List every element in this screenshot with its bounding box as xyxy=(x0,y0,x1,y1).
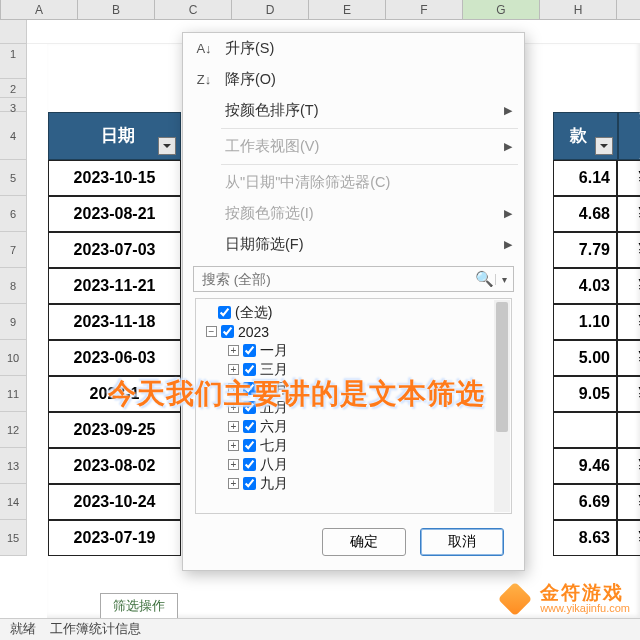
row-13[interactable]: 13 xyxy=(0,448,27,484)
cell-amt[interactable]: 1.10 xyxy=(553,304,617,340)
row-3[interactable]: 3 xyxy=(0,98,27,112)
row-15[interactable]: 15 xyxy=(0,520,27,556)
cell-date[interactable]: 2023-11-21 xyxy=(48,268,181,304)
ok-button[interactable]: 确定 xyxy=(322,528,406,556)
cell-amt[interactable]: 4.68 xyxy=(553,196,617,232)
sort-descending[interactable]: Z↓ 降序(O) xyxy=(183,64,524,95)
cell-amt[interactable]: 6.69 xyxy=(553,484,617,520)
col-G[interactable]: G xyxy=(463,0,540,19)
cell-date[interactable]: 2023-06-03 xyxy=(48,340,181,376)
row-6[interactable]: 6 xyxy=(0,196,27,232)
row-4[interactable]: 4 xyxy=(0,112,27,160)
cell-amt[interactable] xyxy=(553,412,617,448)
tree-year-2023[interactable]: − 2023 xyxy=(202,322,511,341)
cell-amt[interactable]: 9.46 xyxy=(553,448,617,484)
tree-month[interactable]: +六月 xyxy=(202,417,511,436)
sheet-tab-filter[interactable]: 筛选操作 xyxy=(100,593,178,618)
col-B[interactable]: B xyxy=(78,0,155,19)
expand-icon[interactable]: + xyxy=(228,364,239,375)
cell-date[interactable]: 2023-11-18 xyxy=(48,304,181,340)
tree-select-all[interactable]: (全选) xyxy=(202,303,511,322)
cell-sal[interactable]: ¥8,695. xyxy=(617,232,640,268)
cell-sal[interactable]: ¥7,910. xyxy=(617,160,640,196)
col-H[interactable]: H xyxy=(540,0,617,19)
col-D[interactable]: D xyxy=(232,0,309,19)
cell-sal[interactable]: ¥8,654. xyxy=(617,340,640,376)
sort-desc-label: 降序(O) xyxy=(225,70,276,89)
cell-amt[interactable]: 7.79 xyxy=(553,232,617,268)
row-8[interactable]: 8 xyxy=(0,268,27,304)
expand-icon[interactable]: + xyxy=(228,478,239,489)
cell-sal[interactable]: ¥7,872. xyxy=(617,268,640,304)
cell-sal[interactable]: ¥8,216. xyxy=(617,304,640,340)
cell-date[interactable]: 2023-09-25 xyxy=(48,412,181,448)
cell-amt[interactable]: 5.00 xyxy=(553,340,617,376)
row-9[interactable]: 9 xyxy=(0,304,27,340)
col-F[interactable]: F xyxy=(386,0,463,19)
month-checkbox[interactable] xyxy=(243,420,256,433)
expand-icon[interactable]: + xyxy=(228,440,239,451)
cell-amt[interactable]: 6.14 xyxy=(553,160,617,196)
row-2[interactable]: 2 xyxy=(0,79,27,98)
tree-month[interactable]: +一月 xyxy=(202,341,511,360)
select-all-checkbox[interactable] xyxy=(218,306,231,319)
filter-dropdown-icon[interactable] xyxy=(158,137,176,155)
search-scope-dropdown-icon[interactable]: ▾ xyxy=(495,274,513,285)
cell-date[interactable]: 2023-10-24 xyxy=(48,484,181,520)
overlay-caption: 今天我们主要讲的是文本筛选 xyxy=(108,375,485,413)
cell-date[interactable]: 2023-07-19 xyxy=(48,520,181,556)
row-11[interactable]: 11 xyxy=(0,376,27,412)
date-filter[interactable]: 日期筛选(F) ▶ xyxy=(183,229,524,260)
year-checkbox[interactable] xyxy=(221,325,234,338)
cell-date[interactable]: 2023-08-02 xyxy=(48,448,181,484)
month-checkbox[interactable] xyxy=(243,458,256,471)
month-checkbox[interactable] xyxy=(243,344,256,357)
watermark: 金符游戏 www.yikajinfu.com xyxy=(498,582,630,616)
search-icon[interactable]: 🔍 xyxy=(473,270,495,288)
cell-date[interactable]: 2023-10-15 xyxy=(48,160,181,196)
cancel-button[interactable]: 取消 xyxy=(420,528,504,556)
header-salary[interactable]: 实领工资 xyxy=(618,112,640,160)
cell-sal[interactable] xyxy=(617,412,640,448)
header-amount[interactable]: 款 xyxy=(553,112,618,160)
cell-sal[interactable]: ¥7,775. xyxy=(617,484,640,520)
cell-amt[interactable]: 4.03 xyxy=(553,268,617,304)
collapse-icon[interactable]: − xyxy=(206,326,217,337)
expand-icon[interactable]: + xyxy=(228,459,239,470)
row-1[interactable]: 1 xyxy=(0,44,27,79)
sort-by-color[interactable]: 按颜色排序(T) ▶ xyxy=(183,95,524,126)
scrollbar-thumb[interactable] xyxy=(496,302,508,432)
cell-amt[interactable]: 9.05 xyxy=(553,376,617,412)
cell-sal[interactable]: ¥8,025. xyxy=(617,196,640,232)
month-label: 七月 xyxy=(260,437,288,455)
col-A[interactable]: A xyxy=(1,0,78,19)
filter-search-input[interactable] xyxy=(194,272,473,287)
filter-search-box[interactable]: 🔍 ▾ xyxy=(193,266,514,292)
tree-scrollbar[interactable] xyxy=(494,300,510,512)
expand-icon[interactable]: + xyxy=(228,345,239,356)
month-checkbox[interactable] xyxy=(243,439,256,452)
col-I[interactable]: I xyxy=(617,0,640,19)
expand-icon[interactable]: + xyxy=(228,421,239,432)
cell-date[interactable]: 2023-07-03 xyxy=(48,232,181,268)
col-E[interactable]: E xyxy=(309,0,386,19)
row-5[interactable]: 5 xyxy=(0,160,27,196)
tree-month[interactable]: +八月 xyxy=(202,455,511,474)
sort-ascending[interactable]: A↓ 升序(S) xyxy=(183,33,524,64)
filter-dropdown-icon[interactable] xyxy=(595,137,613,155)
row-14[interactable]: 14 xyxy=(0,484,27,520)
cell-sal[interactable]: ¥7,929. xyxy=(617,520,640,556)
col-C[interactable]: C xyxy=(155,0,232,19)
cell-sal[interactable]: ¥8,335. xyxy=(617,448,640,484)
month-checkbox[interactable] xyxy=(243,477,256,490)
row-10[interactable]: 10 xyxy=(0,340,27,376)
tree-month[interactable]: +七月 xyxy=(202,436,511,455)
status-workbook-stats[interactable]: 工作簿统计信息 xyxy=(50,621,141,638)
tree-month[interactable]: +九月 xyxy=(202,474,511,493)
cell-sal[interactable]: ¥7,999. xyxy=(617,376,640,412)
row-7[interactable]: 7 xyxy=(0,232,27,268)
row-12[interactable]: 12 xyxy=(0,412,27,448)
cell-date[interactable]: 2023-08-21 xyxy=(48,196,181,232)
header-date[interactable]: 日期 xyxy=(48,112,181,160)
cell-amt[interactable]: 8.63 xyxy=(553,520,617,556)
